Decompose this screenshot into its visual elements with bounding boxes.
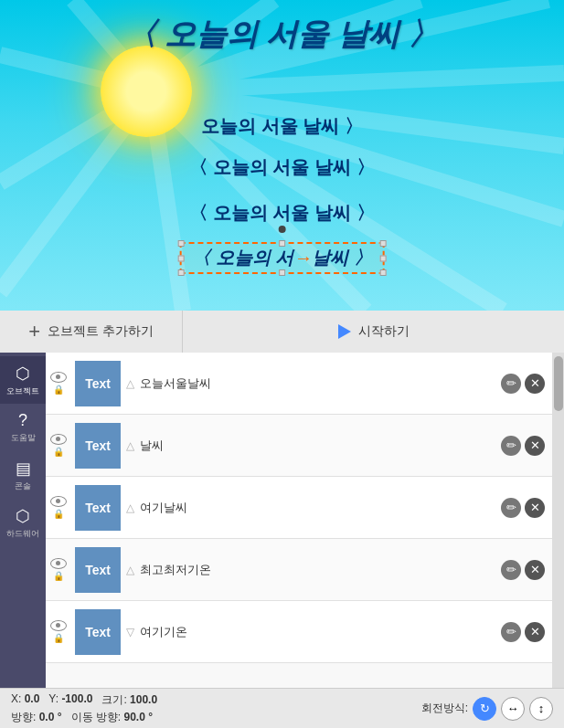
- obj-visibility-0: 🔒: [49, 372, 68, 395]
- status-bar: X: 0.0 Y: -100.0 크기: 100.0 방향: 0.0 ° 이동 …: [0, 688, 564, 728]
- scrollbar[interactable]: [553, 353, 564, 728]
- edit-btn-3[interactable]: ✏: [501, 560, 521, 580]
- sidebar-label-console: 콘솔: [15, 480, 31, 492]
- edit-btn-2[interactable]: ✏: [501, 498, 521, 518]
- obj-visibility-3: 🔒: [49, 558, 68, 581]
- obj-thumb-label-3: Text: [85, 563, 111, 577]
- eye-icon-0[interactable]: [50, 372, 67, 383]
- obj-type-icon-2: △: [126, 501, 134, 514]
- obj-actions-3: ✏ ✕: [501, 560, 545, 580]
- del-btn-1[interactable]: ✕: [525, 436, 545, 456]
- object-row[interactable]: 🔒 Text △ 날씨 ✏ ✕: [46, 415, 552, 477]
- scrollbar-thumb[interactable]: [554, 356, 563, 411]
- object-row[interactable]: 🔒 Text △ 여기날씨 ✏ ✕: [46, 477, 552, 539]
- edit-btn-0[interactable]: ✏: [501, 374, 521, 394]
- obj-name-3: 최고최저기온: [140, 562, 211, 578]
- start-label: 시작하기: [358, 323, 410, 340]
- obj-info-3: △ 최고최저기온: [126, 562, 501, 578]
- obj-thumb-4: Text: [75, 609, 121, 655]
- lock-icon-4[interactable]: 🔒: [53, 633, 64, 643]
- bottom-toolbar: + 오브젝트 추가하기 시작하기: [0, 311, 564, 353]
- main-panel: ⬡ 오브젝트 ? 도움말 ▤ 콘솔 ⬡ 하드웨어 🔒 Text △ 오늘서울날씨: [0, 353, 564, 728]
- add-object-button[interactable]: + 오브젝트 추가하기: [0, 311, 183, 353]
- obj-thumb-0: Text: [75, 361, 121, 406]
- sidebar-item-objects[interactable]: ⬡ 오브젝트: [0, 356, 46, 404]
- obj-thumb-label-1: Text: [85, 438, 111, 453]
- canvas-text-1: 〈 오늘의 서울 날씨 〉: [0, 14, 564, 56]
- eye-icon-4[interactable]: [50, 620, 67, 631]
- sidebar-item-hardware[interactable]: ⬡ 하드웨어: [0, 499, 46, 546]
- play-icon: [338, 324, 351, 339]
- obj-thumb-1: Text: [75, 423, 121, 469]
- left-sidebar: ⬡ 오브젝트 ? 도움말 ▤ 콘솔 ⬡ 하드웨어: [0, 353, 46, 728]
- obj-name-1: 날씨: [140, 438, 164, 454]
- lock-icon-3[interactable]: 🔒: [53, 571, 64, 581]
- sound-icon: ?: [18, 411, 27, 430]
- obj-actions-1: ✏ ✕: [501, 436, 545, 456]
- del-btn-4[interactable]: ✕: [525, 622, 545, 642]
- eye-icon-2[interactable]: [50, 496, 67, 507]
- rotation-label: 회전방식:: [421, 701, 468, 716]
- start-button[interactable]: 시작하기: [183, 311, 564, 353]
- eye-icon-1[interactable]: [50, 434, 67, 445]
- canvas: 〈 오늘의 서울 날씨 〉 오늘의 서울 날씨 〉 〈 오늘의 서울 날씨 〉 …: [0, 0, 564, 311]
- obj-thumb-label-2: Text: [85, 501, 111, 515]
- canvas-text-3: 〈 오늘의 서울 날씨 〉: [0, 155, 564, 180]
- edit-btn-1[interactable]: ✏: [501, 436, 521, 456]
- obj-actions-0: ✏ ✕: [501, 374, 545, 394]
- obj-type-icon-1: △: [126, 439, 134, 452]
- obj-info-1: △ 날씨: [126, 438, 501, 454]
- del-btn-0[interactable]: ✕: [525, 374, 545, 394]
- x-coord: X: 0.0: [11, 692, 39, 708]
- sidebar-label-objects: 오브젝트: [6, 385, 39, 397]
- sidebar-label-hardware: 하드웨어: [6, 528, 39, 540]
- console-icon: ▤: [16, 459, 31, 479]
- obj-visibility-1: 🔒: [49, 434, 68, 457]
- canvas-text-4: 〈 오늘의 서울 날씨 〉: [0, 201, 564, 226]
- obj-actions-2: ✏ ✕: [501, 498, 545, 518]
- obj-name-0: 오늘서울날씨: [140, 375, 211, 392]
- rotation-btn-0[interactable]: ↻: [473, 697, 496, 721]
- obj-thumb-label-4: Text: [85, 625, 111, 639]
- obj-info-0: △ 오늘서울날씨: [126, 375, 501, 392]
- object-row[interactable]: 🔒 Text △ 최고최저기온 ✏ ✕: [46, 539, 552, 601]
- obj-type-icon-4: ▽: [126, 626, 134, 638]
- obj-info-2: △ 여기날씨: [126, 500, 501, 516]
- obj-info-4: ▽ 여기기온: [126, 624, 501, 640]
- obj-type-icon-3: △: [126, 564, 134, 576]
- obj-name-2: 여기날씨: [140, 500, 187, 516]
- rotation-btn-1[interactable]: ↔: [501, 697, 525, 721]
- lock-icon-1[interactable]: 🔒: [53, 447, 64, 457]
- y-coord: Y: -100.0: [48, 692, 92, 708]
- obj-thumb-2: Text: [75, 485, 121, 531]
- move-stat: 이동 방향: 90.0 °: [71, 710, 154, 725]
- obj-visibility-4: 🔒: [49, 620, 68, 643]
- del-btn-2[interactable]: ✕: [525, 498, 545, 518]
- obj-name-4: 여기기온: [140, 624, 187, 640]
- obj-thumb-3: Text: [75, 547, 121, 593]
- lock-icon-0[interactable]: 🔒: [53, 385, 64, 395]
- rotation-btn-2[interactable]: ↕: [529, 697, 553, 721]
- objects-icon: ⬡: [16, 364, 30, 384]
- lock-icon-2[interactable]: 🔒: [53, 509, 64, 519]
- plus-icon: +: [28, 320, 40, 343]
- sidebar-label-sound: 도움말: [11, 432, 36, 444]
- object-list: 🔒 Text △ 오늘서울날씨 ✏ ✕ 🔒 Text △ 날씨 ✏ ✕: [46, 353, 553, 728]
- obj-visibility-2: 🔒: [49, 496, 68, 519]
- obj-actions-4: ✏ ✕: [501, 622, 545, 642]
- size-stat: 크기: 100.0: [101, 692, 157, 708]
- obj-type-icon-0: △: [126, 377, 134, 390]
- obj-thumb-label-0: Text: [85, 376, 111, 391]
- sidebar-item-sound[interactable]: ? 도움말: [0, 404, 46, 451]
- canvas-text-2: 오늘의 서울 날씨 〉: [0, 114, 564, 139]
- dir-stat: 방향: 0.0 °: [11, 710, 62, 725]
- sidebar-item-console[interactable]: ▤ 콘솔: [0, 451, 46, 499]
- edit-btn-4[interactable]: ✏: [501, 622, 521, 642]
- del-btn-3[interactable]: ✕: [525, 560, 545, 580]
- object-row[interactable]: 🔒 Text ▽ 여기기온 ✏ ✕: [46, 601, 552, 663]
- add-object-label: 오브젝트 추가하기: [48, 323, 154, 340]
- eye-icon-3[interactable]: [50, 558, 67, 569]
- object-row[interactable]: 🔒 Text △ 오늘서울날씨 ✏ ✕: [46, 353, 552, 415]
- hardware-icon: ⬡: [16, 506, 30, 526]
